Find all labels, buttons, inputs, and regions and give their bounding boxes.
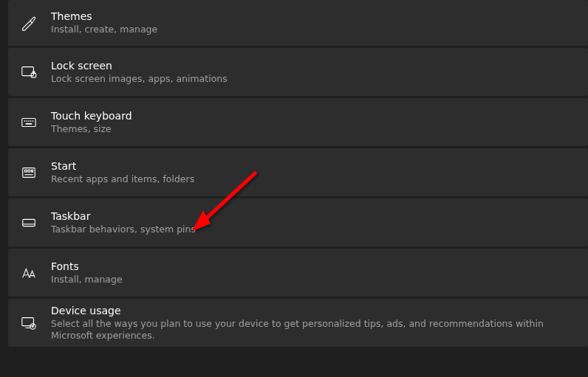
item-title: Fonts: [51, 260, 123, 273]
label-block: Start Recent apps and items, folders: [42, 159, 194, 185]
item-title: Start: [51, 159, 194, 173]
label-block: Themes Install, create, manage: [42, 10, 157, 35]
item-subtitle: Recent apps and items, folders: [51, 173, 194, 185]
settings-item-start[interactable]: Start Recent apps and items, folders: [8, 148, 588, 196]
svg-rect-12: [32, 170, 33, 172]
label-block: Taskbar Taskbar behaviors, system pins: [42, 210, 196, 235]
lock-screen-icon: [16, 59, 42, 86]
item-title: Device usage: [51, 304, 588, 317]
start-menu-icon: [16, 159, 42, 186]
settings-item-taskbar[interactable]: Taskbar Taskbar behaviors, system pins: [8, 198, 588, 246]
item-subtitle: Install, manage: [51, 274, 123, 286]
fonts-icon: [16, 260, 42, 286]
item-subtitle: Install, create, manage: [51, 24, 157, 35]
svg-rect-9: [23, 167, 35, 177]
item-subtitle: Lock screen images, apps, animations: [51, 73, 228, 85]
item-title: Themes: [51, 10, 157, 23]
svg-rect-14: [23, 219, 35, 226]
item-subtitle: Select all the ways you plan to use your…: [51, 318, 588, 342]
taskbar-icon: [16, 210, 42, 236]
label-block: Device usage Select all the ways you pla…: [42, 304, 588, 342]
item-title: Lock screen: [51, 59, 228, 72]
svg-rect-0: [22, 66, 34, 75]
settings-item-touch-keyboard[interactable]: Touch keyboard Themes, size: [8, 98, 588, 146]
settings-item-device-usage[interactable]: Device usage Select all the ways you pla…: [8, 299, 588, 347]
item-title: Taskbar: [51, 210, 196, 223]
svg-rect-2: [22, 118, 35, 126]
settings-item-lock-screen[interactable]: Lock screen Lock screen images, apps, an…: [8, 48, 588, 96]
item-subtitle: Themes, size: [51, 123, 132, 135]
paintbrush-icon: [16, 10, 42, 36]
label-block: Lock screen Lock screen images, apps, an…: [42, 59, 228, 85]
item-title: Touch keyboard: [51, 109, 132, 122]
svg-rect-11: [28, 170, 30, 172]
device-usage-icon: [16, 310, 42, 336]
svg-rect-16: [22, 317, 34, 325]
label-block: Touch keyboard Themes, size: [42, 109, 132, 135]
svg-rect-10: [25, 170, 27, 172]
label-block: Fonts Install, manage: [42, 260, 123, 286]
keyboard-icon: [16, 109, 42, 136]
settings-item-fonts[interactable]: Fonts Install, manage: [8, 249, 588, 297]
settings-item-themes[interactable]: Themes Install, create, manage: [8, 0, 588, 46]
item-subtitle: Taskbar behaviors, system pins: [51, 224, 196, 235]
settings-list: Themes Install, create, manage Lock scre…: [0, 0, 588, 347]
